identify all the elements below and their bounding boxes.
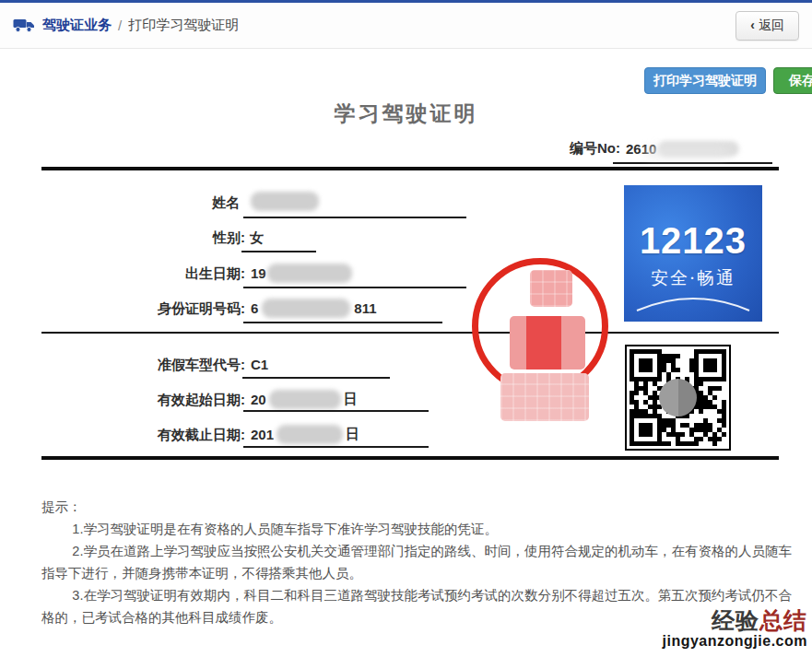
id-underline (243, 322, 442, 323)
birth-date-label: 出生日期: (52, 265, 245, 283)
official-stamp (472, 258, 608, 394)
breadcrumb-separator: / (118, 18, 122, 33)
breadcrumb-section[interactable]: 驾驶证业务 (42, 17, 112, 34)
serial-label: 编号No: (570, 140, 620, 158)
watermark-part-black: 经验 (712, 607, 759, 633)
gender-value: 女 (250, 229, 264, 247)
valid-from-visible-digits: 20 (251, 392, 266, 407)
erasure-smudge (645, 146, 728, 158)
tip-item-2: 2.学员在道路上学习驾驶应当按照公安机关交通管理部门指定的路线、时间，使用符合规… (41, 540, 792, 584)
serial-underline (613, 162, 772, 164)
page-header: 驾驶证业务 / 打印学习驾驶证明 ‹返回 (0, 3, 812, 49)
id-prefix-digit: 6 (251, 300, 258, 316)
stamp-mosaic-bottom (500, 373, 589, 421)
valid-from-underline (243, 410, 429, 412)
back-chevron-icon: ‹ (750, 18, 755, 32)
valid-to-suffix: 日 (346, 426, 359, 443)
valid-from-suffix: 日 (344, 391, 358, 408)
qr-code (630, 349, 726, 446)
tip-item-1: 1.学习驾驶证明是在有资格的人员随车指导下准许学习驾驶技能的凭证。 (41, 518, 792, 540)
vehicle-underline (242, 377, 390, 379)
id-redaction-blur (262, 299, 350, 318)
id-suffix-digits: 811 (354, 300, 376, 316)
id-number-label: 身份证明号码: (52, 300, 245, 318)
back-button-label: 返回 (759, 18, 784, 32)
valid-from-label: 有效起始日期: (52, 392, 245, 409)
valid-to-redaction-blur (277, 425, 343, 444)
name-redaction-blur (251, 192, 319, 211)
stamp-mosaic-top (530, 270, 572, 307)
valid-to-underline (243, 446, 429, 448)
birth-redaction-blur (267, 264, 352, 283)
site-watermark: 经验总结 jingyanzongjie.com (663, 608, 807, 650)
back-button[interactable]: ‹返回 (736, 11, 799, 41)
logo-number: 12123 (640, 222, 747, 259)
birth-visible-digits: 19 (251, 265, 266, 281)
bottom-double-rule (41, 456, 779, 460)
tips-label: 提示： (41, 496, 792, 518)
truck-icon (13, 18, 35, 33)
vehicle-class-value: C1 (251, 357, 268, 372)
name-value (251, 192, 319, 211)
middle-rule (41, 332, 779, 334)
watermark-title: 经验总结 (663, 608, 807, 634)
logo-arc-decoration (624, 294, 762, 314)
app-12123-logo: 12123 安全·畅通 (624, 185, 762, 322)
top-double-rule (41, 167, 779, 170)
valid-from-redaction-blur (269, 390, 341, 409)
certificate-title: 学习驾驶证明 (0, 100, 812, 128)
valid-to-value: 201 日 (251, 425, 359, 444)
valid-from-value: 20 日 (251, 390, 358, 409)
vehicle-class-label: 准假车型代号: (52, 357, 245, 374)
logo-slogan: 安全·畅通 (651, 266, 736, 290)
breadcrumb-current-page: 打印学习驾驶证明 (128, 17, 239, 34)
print-certificate-button[interactable]: 打印学习驾驶证明 (644, 67, 766, 94)
valid-to-visible-digits: 201 (251, 427, 274, 442)
watermark-part-red: 总结 (759, 607, 807, 633)
valid-to-label: 有效截止日期: (52, 427, 245, 444)
watermark-domain: jingyanzongjie.com (663, 633, 807, 650)
gender-underline (241, 251, 316, 252)
qr-code-frame (625, 345, 731, 451)
gender-label: 性别: (52, 229, 245, 247)
name-label: 姓名 (46, 194, 240, 212)
birth-underline (243, 287, 466, 288)
id-number-value: 6 811 (251, 299, 377, 318)
qr-center-logo (659, 379, 697, 416)
name-underline (243, 217, 466, 218)
save-button[interactable]: 保存 (773, 67, 812, 94)
stamp-mosaic-middle (510, 316, 585, 370)
birth-date-value: 19 (251, 264, 352, 283)
